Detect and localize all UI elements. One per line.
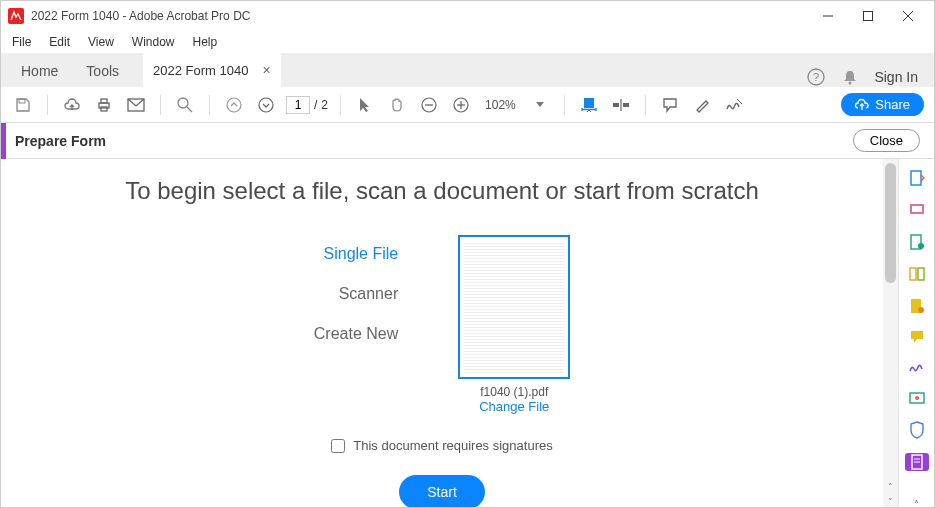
zoom-in-icon[interactable] <box>449 93 473 117</box>
menu-help[interactable]: Help <box>184 33 227 51</box>
svg-rect-33 <box>918 268 924 280</box>
menu-bar: File Edit View Window Help <box>1 31 934 53</box>
menu-edit[interactable]: Edit <box>40 33 79 51</box>
option-create-new[interactable]: Create New <box>314 325 398 343</box>
svg-rect-32 <box>910 268 916 280</box>
tools-rail: ˄ ˅ <box>898 159 934 508</box>
headline: To begin select a file, scan a document … <box>1 177 883 205</box>
signatures-row: This document requires signatures <box>1 438 883 453</box>
svg-rect-22 <box>584 98 594 108</box>
zoom-level[interactable]: 102% <box>481 98 520 112</box>
svg-point-35 <box>918 307 924 313</box>
signatures-checkbox[interactable] <box>331 439 345 453</box>
svg-point-15 <box>227 98 241 112</box>
page-up-icon[interactable] <box>222 93 246 117</box>
content-area: To begin select a file, scan a document … <box>1 159 934 508</box>
rail-edit-pdf-icon[interactable] <box>905 233 929 251</box>
svg-rect-2 <box>864 12 873 21</box>
document-tab[interactable]: 2022 Form 1040 × <box>143 53 281 87</box>
page-current-input[interactable] <box>286 96 310 114</box>
notifications-icon[interactable] <box>840 67 860 87</box>
highlight-icon[interactable] <box>690 93 714 117</box>
select-tool-icon[interactable] <box>353 93 377 117</box>
svg-rect-24 <box>623 103 629 107</box>
file-preview: f1040 (1).pdf Change File <box>458 235 570 414</box>
start-button[interactable]: Start <box>399 475 485 508</box>
thumbnail-image <box>464 241 564 373</box>
sign-icon[interactable] <box>722 93 746 117</box>
close-prepare-form-button[interactable]: Close <box>853 129 920 152</box>
svg-rect-27 <box>911 171 921 185</box>
page-down-icon[interactable] <box>254 93 278 117</box>
svg-point-31 <box>918 243 924 249</box>
cloud-icon[interactable] <box>60 93 84 117</box>
rail-organize-icon[interactable] <box>905 265 929 283</box>
print-icon[interactable] <box>92 93 116 117</box>
rail-enhance-icon[interactable] <box>905 297 929 315</box>
change-file-link[interactable]: Change File <box>458 399 570 414</box>
option-scanner[interactable]: Scanner <box>314 285 398 303</box>
share-button[interactable]: Share <box>841 93 924 116</box>
fit-page-icon[interactable] <box>609 93 633 117</box>
svg-rect-11 <box>101 107 107 111</box>
svg-rect-23 <box>613 103 619 107</box>
menu-window[interactable]: Window <box>123 33 184 51</box>
source-options: Single File Scanner Create New <box>314 235 398 414</box>
zoom-out-find-icon[interactable] <box>173 93 197 117</box>
close-tab-icon[interactable]: × <box>262 62 270 78</box>
sign-in-link[interactable]: Sign In <box>874 69 918 85</box>
window-title: 2022 Form 1040 - Adobe Acrobat Pro DC <box>31 9 250 23</box>
svg-point-37 <box>915 396 919 400</box>
svg-point-16 <box>259 98 273 112</box>
page-total: 2 <box>321 98 328 112</box>
share-label: Share <box>875 97 910 112</box>
scrollbar-thumb[interactable] <box>885 163 896 283</box>
main-panel: To begin select a file, scan a document … <box>1 159 883 508</box>
fit-width-icon[interactable] <box>577 93 601 117</box>
minimize-button[interactable] <box>808 2 848 31</box>
rail-collapse-up-icon[interactable]: ˄ <box>914 499 919 508</box>
email-icon[interactable] <box>124 93 148 117</box>
comment-icon[interactable] <box>658 93 682 117</box>
close-window-button[interactable] <box>888 2 928 31</box>
page-indicator: / 2 <box>286 96 328 114</box>
tab-bar: Home Tools 2022 Form 1040 × ? Sign In <box>1 53 934 87</box>
svg-line-14 <box>187 107 192 112</box>
maximize-button[interactable] <box>848 2 888 31</box>
document-tab-label: 2022 Form 1040 <box>153 63 248 78</box>
rail-protect-icon[interactable] <box>905 421 929 439</box>
scroll-up-icon[interactable]: ˄ <box>883 479 898 494</box>
svg-point-7 <box>849 82 852 85</box>
hand-tool-icon[interactable] <box>385 93 409 117</box>
vertical-scrollbar[interactable]: ˄ ˅ <box>883 159 898 508</box>
accent-bar <box>1 123 6 159</box>
signatures-label: This document requires signatures <box>353 438 552 453</box>
app-icon <box>7 7 25 25</box>
rail-create-pdf-icon[interactable] <box>905 169 929 187</box>
zoom-out-icon[interactable] <box>417 93 441 117</box>
svg-rect-10 <box>101 99 107 103</box>
file-thumbnail[interactable] <box>458 235 570 379</box>
rail-prepare-form-icon[interactable] <box>905 453 929 471</box>
help-icon[interactable]: ? <box>806 67 826 87</box>
option-single-file[interactable]: Single File <box>314 245 398 263</box>
svg-point-13 <box>178 98 188 108</box>
rail-comment-icon[interactable] <box>905 329 929 345</box>
cloud-upload-icon <box>855 98 869 112</box>
svg-rect-29 <box>912 206 922 212</box>
rail-send-review-icon[interactable] <box>905 389 929 407</box>
zoom-dropdown-icon[interactable] <box>528 93 552 117</box>
prepare-form-title: Prepare Form <box>15 133 106 149</box>
tab-tools[interactable]: Tools <box>72 55 133 87</box>
prepare-form-header: Prepare Form Close <box>1 123 934 159</box>
title-bar: 2022 Form 1040 - Adobe Acrobat Pro DC <box>1 1 934 31</box>
rail-fill-sign-icon[interactable] <box>905 359 929 375</box>
menu-file[interactable]: File <box>3 33 40 51</box>
scroll-down-icon[interactable]: ˅ <box>883 494 898 508</box>
page-sep: / <box>314 98 317 112</box>
tab-home[interactable]: Home <box>7 55 72 87</box>
menu-view[interactable]: View <box>79 33 123 51</box>
file-name: f1040 (1).pdf <box>458 385 570 399</box>
save-icon[interactable] <box>11 93 35 117</box>
rail-export-pdf-icon[interactable] <box>905 201 929 219</box>
